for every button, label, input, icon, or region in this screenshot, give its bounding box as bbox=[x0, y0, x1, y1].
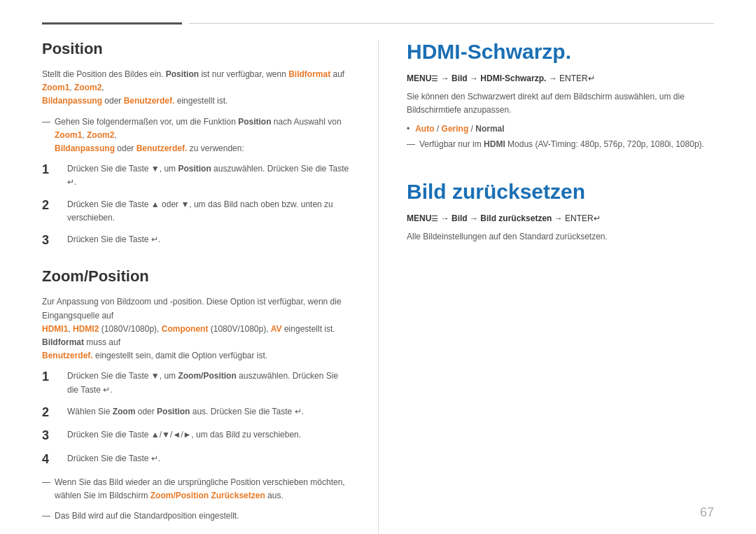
zoom-step-3: 3 Drücken Sie die Taste ▲/▼/◄/►, um das … bbox=[42, 428, 350, 444]
zoom-step-4: 4 Drücken Sie die Taste ↵. bbox=[42, 452, 350, 468]
zoom-step-1: 1 Drücken Sie die Taste ▼, um Zoom/Posit… bbox=[42, 370, 350, 396]
main-content: Position Stellt die Position des Bildes … bbox=[0, 40, 756, 534]
zoom-step-number-1: 1 bbox=[42, 370, 62, 385]
position-section: Position Stellt die Position des Bildes … bbox=[42, 40, 350, 248]
zoom-note-2: Das Bild wird auf die Standardposition e… bbox=[42, 510, 350, 523]
page-number: 67 bbox=[700, 505, 714, 520]
position-title: Position bbox=[42, 40, 350, 58]
zoom-step-number-2: 2 bbox=[42, 405, 62, 421]
hdmi-menu-path: MENU☰ → Bild → HDMI-Schwarzp. → ENTER↵ bbox=[407, 73, 714, 83]
hdmi-title: HDMI-Schwarzp. bbox=[407, 40, 714, 64]
step-text-2: Drücken Sie die Taste ▲ oder ▼, um das B… bbox=[67, 198, 350, 225]
zoom-section: Zoom/Position Zur Anpassung von Bildzoom… bbox=[42, 267, 350, 523]
hdmi-note: Verfügbar nur im HDMI Modus (AV-Timing: … bbox=[407, 138, 714, 151]
zoom-step-text-2: Wählen Sie Zoom oder Position aus. Drück… bbox=[67, 405, 350, 419]
reset-title: Bild zurücksetzen bbox=[407, 180, 714, 204]
zoom-title: Zoom/Position bbox=[42, 267, 350, 286]
step-text-3: Drücken Sie die Taste ↵. bbox=[67, 233, 350, 246]
position-step-2: 2 Drücken Sie die Taste ▲ oder ▼, um das… bbox=[42, 198, 350, 225]
hdmi-bullet: Auto / Gering / Normal bbox=[407, 124, 714, 134]
zoom-note-1: Wenn Sie das Bild wieder an die ursprüng… bbox=[42, 476, 350, 503]
position-step-1: 1 Drücken Sie die Taste ▼, um Position a… bbox=[42, 162, 350, 189]
position-note: Gehen Sie folgendermaßen vor, um die Fun… bbox=[42, 115, 350, 156]
zoom-step-number-3: 3 bbox=[42, 428, 62, 444]
zoom-step-text-1: Drücken Sie die Taste ▼, um Zoom/Positio… bbox=[67, 370, 350, 396]
hdmi-section: HDMI-Schwarzp. MENU☰ → Bild → HDMI-Schwa… bbox=[407, 40, 714, 152]
zoom-step-number-4: 4 bbox=[42, 452, 62, 468]
zoom-step-text-4: Drücken Sie die Taste ↵. bbox=[67, 452, 350, 465]
step-number-1: 1 bbox=[42, 162, 62, 178]
left-column: Position Stellt die Position des Bildes … bbox=[42, 40, 378, 534]
position-intro: Stellt die Position des Bildes ein. Posi… bbox=[42, 68, 350, 108]
step-text-1: Drücken Sie die Taste ▼, um Position aus… bbox=[67, 162, 350, 189]
position-step-3: 3 Drücken Sie die Taste ↵. bbox=[42, 233, 350, 248]
top-bar-accent bbox=[42, 22, 182, 24]
step-number-2: 2 bbox=[42, 198, 62, 213]
page-container: Position Stellt die Position des Bildes … bbox=[0, 0, 756, 534]
top-bar-line bbox=[189, 23, 714, 24]
reset-section: Bild zurücksetzen MENU☰ → Bild → Bild zu… bbox=[407, 180, 714, 244]
top-bar bbox=[0, 0, 756, 24]
step-number-3: 3 bbox=[42, 233, 62, 248]
reset-menu-path: MENU☰ → Bild → Bild zurücksetzen → ENTER… bbox=[407, 213, 714, 223]
zoom-step-2: 2 Wählen Sie Zoom oder Position aus. Drü… bbox=[42, 405, 350, 421]
right-column: HDMI-Schwarzp. MENU☰ → Bild → HDMI-Schwa… bbox=[379, 40, 714, 534]
zoom-intro: Zur Anpassung von Bildzoom und -position… bbox=[42, 295, 350, 363]
hdmi-body: Sie können den Schwarzwert direkt auf de… bbox=[407, 90, 714, 117]
zoom-step-text-3: Drücken Sie die Taste ▲/▼/◄/►, um das Bi… bbox=[67, 428, 350, 442]
reset-body: Alle Bildeinstellungen auf den Standard … bbox=[407, 230, 714, 244]
